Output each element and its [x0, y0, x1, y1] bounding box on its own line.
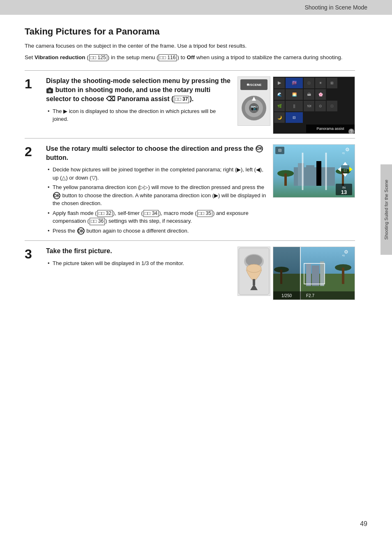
- step-2-number: 2: [25, 144, 43, 158]
- ref-125: □□ 125: [89, 54, 107, 62]
- svg-rect-3: [48, 88, 51, 89]
- svg-text:🌆: 🌆: [292, 80, 297, 85]
- svg-rect-55: [306, 165, 314, 186]
- step-3: 3 Take the first picture. The picture ta…: [25, 241, 355, 304]
- svg-point-2: [49, 90, 51, 92]
- svg-text:13: 13: [341, 189, 347, 195]
- svg-text:||: ||: [293, 104, 295, 108]
- svg-text:🌙: 🌙: [277, 115, 282, 120]
- step-1-number: 1: [25, 76, 43, 90]
- step-3-images: ⚙ 1/250 F2.7 ᴾ²: [238, 247, 355, 300]
- step-2-bullets: Decide how pictures will be joined toget…: [46, 166, 267, 235]
- step-1: 1 Display the shooting-mode selection me…: [25, 71, 355, 138]
- step-1-images: ✱/SCENE 📷: [238, 76, 355, 134]
- svg-text:⊟: ⊟: [293, 115, 296, 120]
- step-1-content-row: Display the shooting-mode selection menu…: [46, 76, 355, 134]
- svg-text:[ ]: [ ]: [344, 168, 346, 172]
- step-1-bullet-1: The ▶ icon is displayed to show the dire…: [46, 107, 232, 123]
- step-3-number: 3: [25, 247, 43, 261]
- step-2-bullet-1: Decide how pictures will be joined toget…: [46, 166, 267, 182]
- step-1-text-col: Display the shooting-mode selection menu…: [46, 76, 232, 125]
- svg-text:□: □: [308, 81, 310, 85]
- step-3-bullet-1: The picture taken will be displayed in 1…: [46, 259, 232, 268]
- step-2-text-col: Use the rotary multi selector to choose …: [46, 144, 267, 237]
- set-vibration-line: Set Vibration reduction (□□ 125) in the …: [25, 53, 355, 62]
- svg-text:ᴾ²: ᴾ²: [342, 254, 345, 258]
- svg-text:✱/SCENE: ✱/SCENE: [247, 83, 262, 87]
- step-3-text-col: Take the first picture. The picture take…: [46, 247, 232, 269]
- ref-32: □□ 32: [97, 210, 113, 217]
- svg-text:1/250: 1/250: [281, 293, 292, 298]
- scene-menu-img: ▶ 🌆 □ ☀ ⊞: [273, 76, 355, 134]
- svg-rect-80: [306, 263, 311, 286]
- ref-37: □□ 37: [174, 96, 189, 103]
- svg-rect-81: [312, 265, 319, 286]
- ref-35: □□ 35: [197, 210, 212, 217]
- main-content: Taking Pictures for a Panorama The camer…: [0, 15, 392, 321]
- step-2-bullet-4: Press the OK button again to choose a di…: [46, 227, 267, 235]
- header-title: Shooting in Scene Mode: [304, 4, 367, 11]
- svg-text:⊟: ⊟: [278, 148, 281, 152]
- svg-point-75: [247, 264, 261, 272]
- rotary-selector-svg: ✱/SCENE 📷: [240, 78, 268, 124]
- svg-text:⊞: ⊞: [330, 81, 334, 85]
- intro-paragraph: The camera focuses on the subject in the…: [25, 42, 355, 50]
- svg-text:?: ?: [350, 129, 353, 134]
- rotary-selector-img: ✱/SCENE 📷: [238, 76, 270, 126]
- step-1-body: Display the shooting-mode selection menu…: [46, 76, 355, 134]
- panorama-icon-text: ⌫: [106, 95, 115, 102]
- ok-btn-inline-3: OK: [77, 227, 85, 235]
- viewfinder-2: ⊟ [ ]: [273, 144, 355, 198]
- ref-116: □□ 116: [159, 54, 177, 62]
- sidebar-tab: Shooting Suited for the Scene: [380, 164, 392, 255]
- svg-text:🌸: 🌸: [318, 92, 323, 97]
- shutter-svg: [238, 247, 270, 295]
- top-bar: Shooting in Scene Mode: [0, 0, 392, 15]
- off-bold: Off: [187, 54, 195, 60]
- step-1-header: Display the shooting-mode selection menu…: [46, 76, 232, 104]
- ref-34: □□ 34: [143, 210, 159, 217]
- svg-text:🏔: 🏔: [307, 92, 311, 97]
- panorama-assist-bold: Panorama assist: [117, 95, 169, 102]
- svg-text:☀: ☀: [319, 81, 322, 85]
- step-2-content-row: Use the rotary multi selector to choose …: [46, 144, 355, 237]
- vibration-reduction-bold: Vibration reduction: [35, 54, 85, 60]
- d-icon: ▶: [63, 108, 67, 114]
- svg-text:📷: 📷: [251, 104, 258, 111]
- step-3-header: Take the first picture.: [46, 247, 232, 256]
- svg-text:⊙: ⊙: [319, 104, 322, 108]
- step-1-bullets: The ▶ icon is displayed to show the dire…: [46, 107, 232, 123]
- page-number: 49: [360, 520, 367, 528]
- svg-rect-56: [316, 161, 321, 186]
- svg-text:▶: ▶: [278, 80, 281, 85]
- sidebar-tab-label: Shooting Suited for the Scene: [384, 180, 389, 240]
- svg-text:Panorama assist: Panorama assist: [316, 127, 344, 131]
- shutter-button-img: [238, 247, 270, 296]
- svg-text:F2.7: F2.7: [306, 293, 314, 298]
- viewfinder-3-svg: ⚙ 1/250 F2.7 ᴾ²: [273, 247, 355, 300]
- svg-text:🌊: 🌊: [277, 92, 282, 97]
- step-3-bullets: The picture taken will be displayed in 1…: [46, 259, 232, 268]
- svg-text:🌿: 🌿: [277, 104, 282, 108]
- step-2-header: Use the rotary multi selector to choose …: [46, 144, 267, 163]
- camera-icon: [46, 87, 53, 94]
- svg-rect-77: [253, 279, 255, 285]
- page: Shooting in Scene Mode Shooting Suited f…: [0, 0, 392, 540]
- ok-button-icon-step2: OK: [256, 145, 263, 152]
- svg-text:□: □: [331, 104, 333, 108]
- step-2-bullet-2: The yellow panorama direction icon (▷▷) …: [46, 183, 267, 208]
- ref-36: □□ 36: [90, 218, 105, 225]
- svg-text:⚙: ⚙: [345, 147, 350, 152]
- page-title: Taking Pictures for a Panorama: [25, 26, 355, 37]
- svg-rect-86: [342, 268, 344, 284]
- step-2-images: ⊟ [ ]: [273, 144, 355, 198]
- svg-text:🍽: 🍽: [307, 104, 311, 108]
- step-3-body: Take the first picture. The picture take…: [46, 247, 355, 300]
- viewfinder-2-svg: ⊟ [ ]: [273, 145, 355, 198]
- step-3-content-row: Take the first picture. The picture take…: [46, 247, 355, 300]
- step-2-body: Use the rotary multi selector to choose …: [46, 144, 355, 237]
- ok-btn-inline-2: OK: [53, 192, 60, 199]
- svg-text:⚙: ⚙: [344, 249, 348, 255]
- step-2-bullet-3: Apply flash mode (□□ 32), self-timer (□□…: [46, 209, 267, 225]
- step-2: 2 Use the rotary multi selector to choos…: [25, 138, 355, 241]
